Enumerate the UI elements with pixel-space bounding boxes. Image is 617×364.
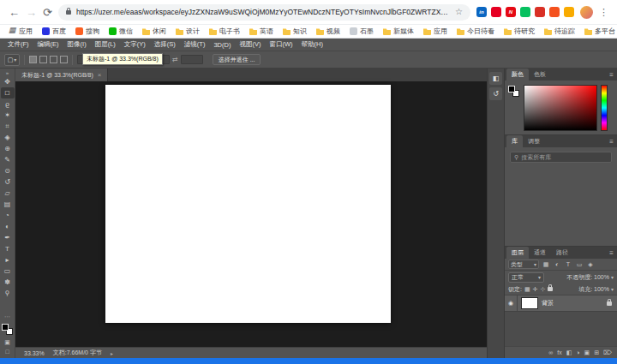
pasteboard[interactable] bbox=[15, 81, 487, 347]
extension-yellow-icon[interactable] bbox=[564, 7, 574, 17]
history-brush-tool[interactable]: ↺ bbox=[1, 176, 15, 188]
extension-netflix-icon[interactable]: N bbox=[506, 7, 516, 17]
menu-item[interactable]: 滤镜(T) bbox=[180, 40, 210, 49]
bookmark-star-icon[interactable]: ☆ bbox=[455, 8, 463, 16]
tab-adjustments[interactable]: 调整 bbox=[523, 135, 545, 147]
extension-linkedin-icon[interactable]: in bbox=[476, 7, 487, 17]
extension-red-square-icon[interactable] bbox=[535, 7, 545, 17]
extension-red-circle-icon[interactable] bbox=[491, 7, 501, 17]
menu-item[interactable]: 3D(D) bbox=[209, 41, 235, 49]
tool-preset-picker[interactable]: ▢ ▾ bbox=[4, 54, 20, 66]
height-input[interactable] bbox=[181, 55, 203, 64]
blend-mode-select[interactable]: 正常 ▾ bbox=[508, 272, 544, 283]
reload-icon[interactable]: ⟳ bbox=[43, 7, 52, 18]
adjustment-layer-filter-icon[interactable]: ◐ bbox=[553, 260, 561, 269]
crop-tool[interactable]: ⌗ bbox=[1, 121, 15, 132]
status-menu-arrow-icon[interactable]: ▸ bbox=[111, 350, 113, 356]
zoom-level[interactable]: 33.33% bbox=[24, 350, 45, 356]
eyedropper-tool[interactable]: ◈ bbox=[1, 132, 15, 143]
new-selection-icon[interactable] bbox=[29, 56, 37, 63]
menu-item[interactable]: 图像(I) bbox=[63, 40, 91, 49]
layer-thumbnail[interactable] bbox=[521, 297, 538, 309]
browser-menu-icon[interactable]: ⋮ bbox=[599, 8, 608, 17]
clone-stamp-tool[interactable]: ⊙ bbox=[1, 165, 15, 176]
layer-style-icon[interactable]: fx bbox=[557, 349, 561, 355]
bookmark-item[interactable]: 知识 bbox=[283, 27, 307, 36]
bookmark-item[interactable]: 休闲 bbox=[142, 27, 166, 36]
spot-healing-brush-tool[interactable]: ⊕ bbox=[1, 143, 15, 154]
address-bar[interactable]: https://uzer.me/eaas/workspace/eyJzZXNza… bbox=[58, 4, 470, 21]
zoom-tool[interactable]: ⚲ bbox=[1, 288, 15, 299]
bookmark-item[interactable]: 视频 bbox=[316, 27, 340, 36]
saturation-brightness-field[interactable] bbox=[524, 85, 597, 131]
layer-visibility-icon[interactable]: ◉ bbox=[505, 295, 518, 311]
bookmark-item[interactable]: 待追踪 bbox=[544, 27, 575, 36]
tab-libraries[interactable]: 库 bbox=[506, 135, 523, 147]
gradient-tool[interactable]: ▤ bbox=[1, 199, 15, 210]
menu-item[interactable]: 帮助(H) bbox=[297, 40, 327, 49]
eraser-tool[interactable]: ▱ bbox=[1, 188, 15, 199]
bookmark-item[interactable]: 应用 bbox=[9, 27, 33, 36]
screen-mode-icon[interactable]: □ bbox=[5, 348, 9, 355]
type-layer-filter-icon[interactable]: T bbox=[564, 260, 572, 269]
new-layer-icon[interactable]: ⊞ bbox=[594, 349, 599, 356]
layer-mask-icon[interactable]: ◧ bbox=[566, 349, 572, 356]
menu-item[interactable]: 视图(V) bbox=[235, 40, 265, 49]
edit-toolbar-icon[interactable]: ⋯ bbox=[4, 313, 10, 320]
menu-item[interactable]: 图层(L) bbox=[91, 40, 120, 49]
bookmark-item[interactable]: 石墨 bbox=[350, 27, 374, 36]
hand-tool[interactable]: ✽ bbox=[1, 277, 15, 288]
panel-menu-icon[interactable]: ≡ bbox=[606, 71, 617, 81]
bookmark-item[interactable]: 英语 bbox=[249, 27, 273, 36]
intersect-selection-icon[interactable] bbox=[60, 56, 68, 63]
canvas[interactable] bbox=[105, 85, 391, 323]
panel-menu-icon[interactable]: ≡ bbox=[606, 249, 617, 259]
bookmark-item[interactable]: 微信 bbox=[109, 27, 133, 36]
bookmark-item[interactable]: 新媒体 bbox=[383, 27, 414, 36]
pen-tool[interactable]: ✒ bbox=[1, 232, 15, 243]
dodge-tool[interactable]: ◐ bbox=[1, 221, 15, 232]
tab-swatches[interactable]: 色板 bbox=[529, 69, 551, 81]
bookmark-item[interactable]: 搜狗 bbox=[75, 27, 99, 36]
type-tool[interactable]: T bbox=[1, 243, 15, 254]
rectangular-marquee-tool[interactable]: □ bbox=[1, 87, 15, 98]
layer-group-icon[interactable]: ▣ bbox=[584, 349, 590, 356]
swap-width-height-icon[interactable]: ⇄ bbox=[172, 56, 178, 63]
blur-tool[interactable]: ◔ bbox=[1, 210, 15, 221]
collapse-toolbox-icon[interactable]: » bbox=[6, 69, 9, 76]
path-selection-tool[interactable]: ▸ bbox=[1, 254, 15, 266]
foreground-color-swatch[interactable] bbox=[508, 86, 515, 92]
lock-position-icon[interactable]: ⊹ bbox=[540, 286, 545, 293]
smart-object-filter-icon[interactable]: ◈ bbox=[586, 260, 595, 269]
menu-item[interactable]: 文字(Y) bbox=[120, 40, 150, 49]
lock-transparent-pixels-icon[interactable]: ▦ bbox=[524, 286, 530, 293]
opacity-control[interactable]: 不透明度: 100% ▾ bbox=[566, 273, 614, 282]
pixel-layer-filter-icon[interactable]: ▦ bbox=[542, 260, 550, 269]
fill-control[interactable]: 填充: 100% ▾ bbox=[578, 285, 614, 294]
url-text[interactable]: https://uzer.me/eaas/workspace/eyJzZXNza… bbox=[76, 8, 450, 16]
history-panel-icon[interactable]: ↺ bbox=[489, 87, 502, 100]
back-icon[interactable]: ← bbox=[9, 7, 20, 18]
bookmark-item[interactable]: 设计 bbox=[176, 27, 200, 36]
adjustment-layer-icon[interactable]: ◑ bbox=[576, 349, 579, 355]
document-tab[interactable]: 未标题-1 @ 33.3%(RGB/8) × bbox=[15, 69, 108, 81]
quick-mask-icon[interactable]: ▣ bbox=[4, 338, 10, 346]
tab-color[interactable]: 颜色 bbox=[506, 69, 529, 81]
bookmark-item[interactable]: 今日待看 bbox=[457, 27, 494, 36]
hue-slider[interactable] bbox=[601, 85, 608, 131]
bookmark-item[interactable]: 应用 bbox=[423, 27, 447, 36]
foreground-color-swatch[interactable] bbox=[2, 324, 9, 331]
subtract-from-selection-icon[interactable] bbox=[50, 56, 57, 63]
menu-item[interactable]: 选择(S) bbox=[150, 40, 180, 49]
lasso-tool[interactable]: ϱ bbox=[1, 98, 15, 110]
select-and-mask-button[interactable]: 选择并遮住 ... bbox=[213, 54, 261, 65]
forward-icon[interactable]: → bbox=[26, 7, 37, 18]
add-to-selection-icon[interactable] bbox=[39, 56, 47, 63]
properties-panel-icon[interactable]: ◧ bbox=[489, 72, 502, 85]
lock-image-pixels-icon[interactable]: ✛ bbox=[533, 286, 538, 293]
rectangle-tool[interactable]: ▭ bbox=[1, 266, 15, 277]
menu-item[interactable]: 文件(F) bbox=[3, 40, 33, 49]
layer-row-background[interactable]: ◉ 背景 bbox=[505, 295, 617, 312]
panel-menu-icon[interactable]: ≡ bbox=[606, 138, 617, 147]
profile-avatar[interactable] bbox=[580, 6, 593, 19]
